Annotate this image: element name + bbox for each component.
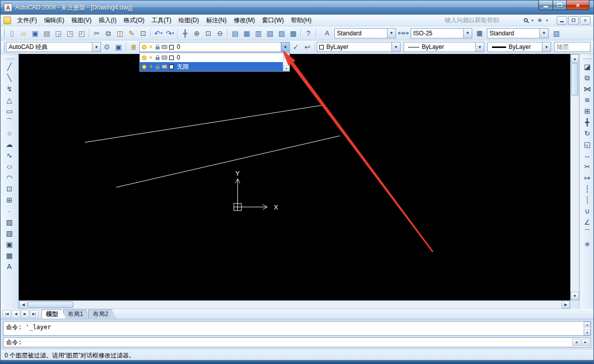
scroll-right-icon[interactable]: ▶ <box>581 339 589 346</box>
menu-item[interactable]: 绘图(D) <box>175 15 203 26</box>
dropdown-arrow-icon[interactable]: ▾ <box>172 31 174 35</box>
linetype-combo[interactable]: ByLayer ▼ <box>404 42 484 52</box>
polygon-icon[interactable]: △ <box>4 94 16 106</box>
color-dropdown-icon[interactable]: ▼ <box>391 42 400 51</box>
match-properties-icon[interactable]: ✎ <box>126 28 137 39</box>
scroll-left-icon[interactable]: ◀ <box>19 301 27 308</box>
scroll-up-icon[interactable]: ▲ <box>584 322 590 327</box>
menu-item[interactable]: 窗口(W) <box>259 15 287 26</box>
horizontal-scroll-thumb[interactable] <box>28 301 73 308</box>
search-dropdown-icon[interactable]: ▾ <box>531 18 533 23</box>
arc-icon[interactable]: ⌒ <box>4 117 16 128</box>
dim-style-combo[interactable]: ISO-25 ▼ <box>411 28 472 38</box>
menu-item[interactable]: 工具(T) <box>148 15 175 26</box>
drawn-line[interactable] <box>85 105 324 142</box>
drawing-canvas[interactable]: Y X <box>19 54 570 300</box>
lineweight-dropdown-icon[interactable]: ▼ <box>542 42 551 51</box>
line-icon[interactable]: ╱ <box>4 61 16 72</box>
layer-on-icon[interactable] <box>142 45 146 49</box>
vertical-scrollbar[interactable]: ▲ ▼ <box>570 54 579 300</box>
doc-restore-button[interactable] <box>568 16 579 25</box>
plot-style-combo[interactable]: 随层 <box>554 42 590 52</box>
copy-icon[interactable]: ⧉ <box>103 28 114 39</box>
infocenter-dropdown-icon[interactable]: ▾ <box>546 18 548 23</box>
insert-block-icon[interactable]: ⊡ <box>4 183 16 194</box>
tool-palettes-icon[interactable]: ▥ <box>253 28 264 39</box>
tab-nav-last-button[interactable]: ▶| <box>30 310 38 318</box>
drawn-line[interactable] <box>116 136 340 187</box>
mirror-icon[interactable]: ⋈ <box>581 83 593 94</box>
menu-item[interactable]: 修改(M) <box>230 15 259 26</box>
new-file-icon[interactable]: ▯ <box>6 28 18 39</box>
scroll-right-icon[interactable]: ▶ <box>562 301 570 308</box>
workspace-dropdown-icon[interactable]: ▼ <box>92 42 101 51</box>
block-editor-icon[interactable]: ⊡ <box>137 28 149 39</box>
revision-cloud-icon[interactable]: ☁ <box>4 139 16 150</box>
spline-icon[interactable]: ∿ <box>4 150 16 161</box>
mtext-icon[interactable]: A <box>4 261 16 272</box>
scroll-down-icon[interactable]: ▼ <box>584 330 590 335</box>
3d-dwf-icon[interactable]: ◰ <box>76 28 87 39</box>
layer-previous-icon[interactable]: ↩ <box>302 41 313 53</box>
layer-on-icon[interactable] <box>142 56 146 60</box>
scroll-left-icon[interactable]: ◀ <box>572 339 580 346</box>
extend-icon[interactable]: ↦ <box>581 172 593 183</box>
layer-row[interactable]: ☀无限 <box>140 62 283 71</box>
lineweight-combo[interactable]: ByLayer ▼ <box>487 42 551 52</box>
circle-icon[interactable]: ○ <box>4 128 16 139</box>
zoom-window-icon[interactable]: ⊡ <box>203 28 214 39</box>
cut-icon[interactable]: ✂ <box>91 28 103 39</box>
pan-icon[interactable]: ╋ <box>179 28 191 39</box>
table-style-combo[interactable]: Standard ▼ <box>487 28 549 38</box>
scroll-down-icon[interactable]: ▼ <box>283 66 289 71</box>
undo-icon[interactable]: ↶▾ <box>153 28 164 39</box>
ellipse-icon[interactable]: ○ <box>4 161 16 172</box>
workspace-settings-icon[interactable]: ⚙ <box>101 41 113 53</box>
scroll-up-icon[interactable]: ▲ <box>571 55 579 63</box>
text-style-dropdown-icon[interactable]: ▼ <box>387 29 395 38</box>
favorites-icon[interactable]: ★ <box>537 17 542 24</box>
paste-icon[interactable]: ◫ <box>114 28 126 39</box>
tab-nav-prev-button[interactable]: ◀ <box>12 310 20 318</box>
explode-icon[interactable]: ✳ <box>581 239 593 250</box>
scroll-down-icon[interactable]: ▼ <box>571 292 579 300</box>
layer-on-icon[interactable] <box>142 65 146 69</box>
properties-icon[interactable]: ▤ <box>229 28 241 39</box>
layout-tab[interactable]: 模型 <box>41 309 66 319</box>
help-search-input[interactable]: 键入问题以获取帮助 <box>444 16 520 25</box>
designcenter-icon[interactable]: ▦ <box>241 28 253 39</box>
stretch-icon[interactable]: ↔ <box>581 150 593 161</box>
horizontal-scrollbar[interactable]: ◀ ▶ <box>19 300 570 309</box>
layer-freeze-icon[interactable]: ☀ <box>148 44 154 50</box>
tab-nav-first-button[interactable]: |◀ <box>3 310 11 318</box>
layer-color-swatch[interactable] <box>169 56 174 60</box>
rectangle-icon[interactable]: ▭ <box>4 106 16 117</box>
layer-color-swatch[interactable] <box>169 65 174 69</box>
linetype-dropdown-icon[interactable]: ▼ <box>475 42 484 51</box>
move-icon[interactable]: ╋ <box>581 117 593 128</box>
scroll-up-icon[interactable]: ▲ <box>283 53 289 59</box>
gradient-icon[interactable]: ▧ <box>4 228 16 239</box>
break-at-point-icon[interactable]: ┆ <box>581 183 593 194</box>
layer-list-scrollbar[interactable]: ▲ ▼ <box>283 53 289 71</box>
zoom-realtime-icon[interactable]: ⊕ <box>191 28 203 39</box>
sheet-set-manager-icon[interactable]: ▧ <box>264 28 276 39</box>
layer-plot-icon[interactable] <box>162 56 167 60</box>
dropdown-arrow-icon[interactable]: ▾ <box>161 31 163 35</box>
toolbar-grip[interactable] <box>583 57 592 59</box>
publish-icon[interactable]: ◳ <box>64 28 76 39</box>
layer-freeze-icon[interactable]: ☀ <box>148 55 154 61</box>
layer-freeze-icon[interactable]: ☀ <box>148 64 154 70</box>
toolbar-grip[interactable] <box>2 28 5 38</box>
vertical-scroll-thumb[interactable] <box>571 63 578 95</box>
layer-plot-icon[interactable] <box>162 65 167 69</box>
extra-toolbar-icon[interactable]: ▧ <box>551 28 562 39</box>
layout-tab[interactable]: 布局1 <box>63 309 91 319</box>
layer-dropdown-icon[interactable]: ▼ <box>281 42 289 51</box>
menu-item[interactable]: 插入(I) <box>95 15 120 26</box>
markup-set-manager-icon[interactable]: ▨ <box>276 28 287 39</box>
region-icon[interactable]: ▣ <box>4 239 16 250</box>
layer-lock-icon[interactable] <box>156 57 160 60</box>
construction-line-icon[interactable]: ╲ <box>4 72 16 83</box>
point-icon[interactable]: ∙ <box>4 205 16 217</box>
